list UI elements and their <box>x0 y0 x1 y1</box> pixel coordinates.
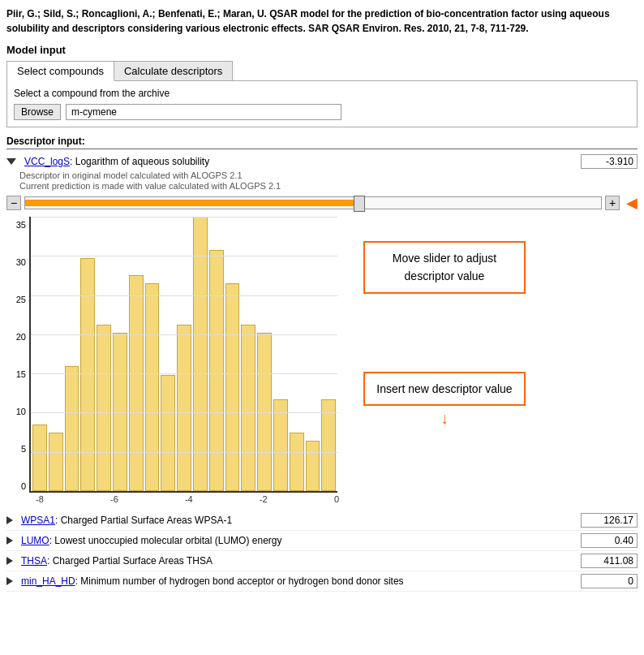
y-label-20: 20 <box>16 332 26 342</box>
grid-30 <box>31 256 337 256</box>
callout-area: Move slider to adjust descriptor value I… <box>363 217 526 504</box>
bar-8 <box>145 283 160 491</box>
grid-5 <box>31 452 337 453</box>
expand-thsa-icon[interactable] <box>6 557 13 565</box>
callout-slider: Move slider to adjust descriptor value <box>363 241 526 294</box>
bar-11 <box>193 217 208 491</box>
browse-button[interactable]: Browse <box>14 104 61 120</box>
slider-plus-button[interactable]: + <box>605 196 620 210</box>
tab-bar: Select compounds Calculate descriptors <box>6 61 233 80</box>
grid-35 <box>31 217 337 218</box>
bar-16 <box>273 399 288 491</box>
alogps-note2: Current prediction is made with value ca… <box>19 181 638 191</box>
callout-insert: Insert new descriptor value <box>363 372 526 406</box>
slider-thumb[interactable] <box>354 196 365 212</box>
x-axis: -8 -6 -4 -2 0 <box>31 494 339 504</box>
descriptor-input-title: Descriptor input: <box>6 136 638 149</box>
bar-13 <box>225 283 240 491</box>
bar-4 <box>80 258 95 491</box>
bar-19 <box>321 399 336 491</box>
tab-calculate-descriptors[interactable]: Calculate descriptors <box>114 62 232 80</box>
y-label-30: 30 <box>16 257 26 267</box>
grid-15 <box>31 373 337 374</box>
slider-minus-button[interactable]: − <box>6 196 21 210</box>
bar-1 <box>32 424 47 491</box>
y-label-25: 25 <box>16 295 26 304</box>
bar-7 <box>129 275 144 491</box>
descriptor-row-wpsa1: WPSA1: Charged Partial Surface Areas WPS… <box>6 511 638 531</box>
citation-text: Piir, G.; Sild, S.; Roncaglioni, A.; Ben… <box>6 8 610 34</box>
bar-5 <box>97 325 111 491</box>
slider-fill <box>25 200 359 206</box>
alogps-note1: Descriptor in original model calculated … <box>19 170 638 180</box>
collapse-icon[interactable] <box>6 158 16 165</box>
bar-10 <box>177 325 191 491</box>
bar-3 <box>65 366 79 491</box>
bar-17 <box>290 433 304 491</box>
thsa-value[interactable] <box>581 554 638 568</box>
histogram-bars <box>29 217 337 493</box>
tab-content: Select a compound from the archive Brows… <box>6 80 638 127</box>
thsa-label: THSA: Charged Partial Surface Areas THSA <box>21 555 576 567</box>
other-descriptors: WPSA1: Charged Partial Surface Areas WPS… <box>6 511 638 592</box>
expand-lumo-icon[interactable] <box>6 536 13 545</box>
main-descriptor-value[interactable] <box>581 154 638 169</box>
min-ha-hd-value[interactable] <box>581 574 638 588</box>
wpsa1-label: WPSA1: Charged Partial Surface Areas WPS… <box>21 515 576 526</box>
callout1-wrapper: Move slider to adjust descriptor value <box>363 241 526 294</box>
main-descriptor-row: VCC_logS: Logarithm of aqueous solubilit… <box>6 154 638 169</box>
y-label-10: 10 <box>16 407 26 416</box>
bar-14 <box>241 325 255 491</box>
x-label-6: -6 <box>110 494 118 504</box>
x-label-4: -4 <box>185 494 193 504</box>
tab-select-compounds[interactable]: Select compounds <box>7 62 114 81</box>
grid-10 <box>31 412 337 413</box>
slider-arrow-icon: ◀ <box>626 194 638 212</box>
expand-wpsa1-icon[interactable] <box>6 516 13 524</box>
lumo-label: LUMO: Lowest unoccupied molecular orbita… <box>21 535 576 546</box>
y-label-5: 5 <box>21 444 26 454</box>
x-label-8: -8 <box>36 494 44 504</box>
descriptor-row-min-ha-hd: min_HA_HD: Minimum number of hydrogen bo… <box>6 571 638 592</box>
bars-container <box>31 217 337 491</box>
callout2-arrow-icon: ↓ <box>363 409 526 428</box>
citation: Piir, G.; Sild, S.; Roncaglioni, A.; Ben… <box>6 6 638 36</box>
histogram-container: 35 30 25 20 15 10 5 0 <box>6 217 347 504</box>
y-label-15: 15 <box>16 369 26 379</box>
min-ha-hd-label: min_HA_HD: Minimum number of hydrogen bo… <box>21 575 576 587</box>
expand-min-ha-hd-icon[interactable] <box>6 577 13 585</box>
bar-18 <box>306 441 320 491</box>
wpsa1-value[interactable] <box>581 513 638 528</box>
bar-9 <box>161 375 175 491</box>
model-input-title: Model input <box>6 44 638 56</box>
compound-label: Select a compound from the archive <box>14 88 630 99</box>
lumo-value[interactable] <box>581 533 638 548</box>
y-label-0: 0 <box>21 481 26 491</box>
bar-12 <box>209 250 224 491</box>
y-label-35: 35 <box>16 220 26 230</box>
descriptor-row-lumo: LUMO: Lowest unoccupied molecular orbita… <box>6 531 638 551</box>
callout2-wrapper: Insert new descriptor value ↓ <box>363 372 526 428</box>
compound-row: Browse <box>14 104 630 120</box>
slider-track[interactable] <box>24 196 602 209</box>
main-descriptor-label: VCC_logS: Logarithm of aqueous solubilit… <box>24 156 576 167</box>
x-label-0: 0 <box>334 494 339 504</box>
slider-row: − + ◀ <box>6 194 638 212</box>
descriptor-row-thsa: THSA: Charged Partial Surface Areas THSA <box>6 551 638 571</box>
descriptor-section: Descriptor input: VCC_logS: Logarithm of… <box>6 136 638 592</box>
grid-25 <box>31 295 337 296</box>
compound-input[interactable] <box>66 104 341 120</box>
x-label-2: -2 <box>260 494 268 504</box>
chart-area: 35 30 25 20 15 10 5 0 <box>6 217 638 504</box>
bar-2 <box>49 433 63 491</box>
grid-20 <box>31 334 337 335</box>
